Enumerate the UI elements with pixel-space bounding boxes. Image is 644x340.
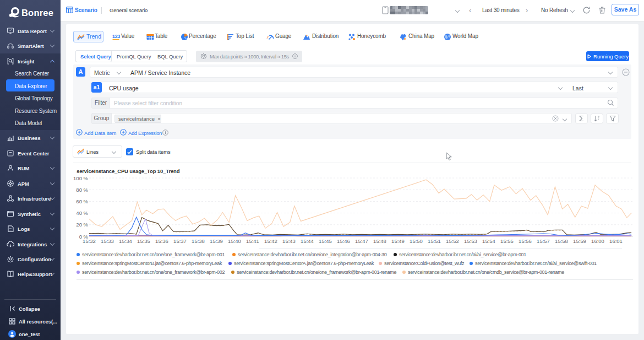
svg-text:15:34: 15:34	[119, 238, 132, 244]
svg-text:15:54: 15:54	[482, 238, 495, 244]
svg-text:15:48: 15:48	[373, 238, 386, 244]
svg-text:15:56: 15:56	[519, 238, 532, 244]
svg-text:15:44: 15:44	[301, 238, 314, 244]
svg-text:123: 123	[112, 34, 120, 39]
svg-text:15:41: 15:41	[246, 238, 259, 244]
svg-text:Bonree: Bonree	[21, 8, 53, 18]
svg-text:15:50: 15:50	[410, 238, 423, 244]
svg-text:15:57: 15:57	[537, 238, 550, 244]
svg-text:16:00: 16:00	[591, 238, 604, 244]
svg-text:15:49: 15:49	[391, 238, 405, 244]
svg-text:80 %: 80 %	[76, 187, 88, 193]
svg-text:15:52: 15:52	[446, 238, 459, 244]
svg-text:15:45: 15:45	[319, 238, 332, 244]
svg-text:15:40: 15:40	[228, 238, 241, 244]
svg-text:15:35: 15:35	[137, 238, 150, 244]
svg-text:16:01: 16:01	[609, 238, 623, 244]
svg-text:15:42: 15:42	[264, 238, 277, 244]
svg-text:15:32: 15:32	[83, 238, 96, 244]
svg-text:15:43: 15:43	[282, 238, 296, 244]
svg-text:40 %: 40 %	[76, 210, 88, 216]
svg-text:15:51: 15:51	[428, 238, 441, 244]
svg-text:15:38: 15:38	[192, 238, 205, 244]
svg-text:15:59: 15:59	[573, 238, 586, 244]
svg-text:15:58: 15:58	[555, 238, 568, 244]
svg-text:15:39: 15:39	[210, 238, 223, 244]
svg-text:15:55: 15:55	[500, 238, 514, 244]
svg-text:20 %: 20 %	[76, 222, 88, 228]
svg-text:60 %: 60 %	[76, 198, 88, 204]
svg-text:15:37: 15:37	[173, 238, 187, 244]
svg-text:15:53: 15:53	[464, 238, 477, 244]
svg-text:100 %: 100 %	[73, 175, 88, 181]
svg-text:15:36: 15:36	[155, 238, 168, 244]
svg-text:15:33: 15:33	[101, 238, 114, 244]
svg-text:15:46: 15:46	[337, 238, 350, 244]
svg-text:15:47: 15:47	[355, 238, 368, 244]
